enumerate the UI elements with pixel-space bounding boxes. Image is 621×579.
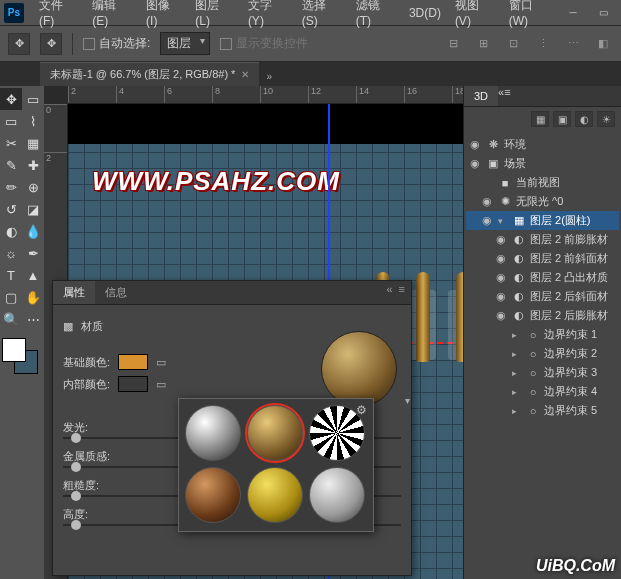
visibility-icon[interactable]: ◉ [468, 157, 482, 170]
collapse-icon[interactable]: « [386, 283, 392, 302]
filter-light-icon[interactable]: ☀ [597, 111, 615, 127]
tree-current-view[interactable]: 当前视图 [516, 175, 560, 190]
tab-info[interactable]: 信息 [95, 281, 137, 304]
eraser-tool-icon[interactable]: ◪ [22, 198, 44, 220]
filter-material-icon[interactable]: ◐ [575, 111, 593, 127]
filter-scene-icon[interactable]: ▦ [531, 111, 549, 127]
tree-material[interactable]: 图层 2 前膨胀材 [530, 232, 608, 247]
align-icon-3[interactable]: ⊡ [503, 35, 523, 53]
tree-constraint[interactable]: 边界约束 1 [544, 327, 597, 342]
tab-properties[interactable]: 属性 [53, 281, 95, 304]
close-tab-icon[interactable]: ✕ [241, 69, 249, 80]
more-options-icon[interactable]: ⋯ [563, 35, 583, 53]
3d-cylinder[interactable] [416, 272, 430, 362]
base-color-swatch[interactable] [118, 354, 148, 370]
path-select-icon[interactable]: ▲ [22, 264, 44, 286]
menu-3d[interactable]: 3D(D) [402, 6, 448, 20]
panel-menu-icon[interactable]: ≡ [399, 283, 405, 302]
filter-mesh-icon[interactable]: ▣ [553, 111, 571, 127]
document-tab[interactable]: 未标题-1 @ 66.7% (图层 2, RGB/8#) * ✕ [40, 62, 259, 86]
tree-material[interactable]: 图层 2 后斜面材 [530, 289, 608, 304]
visibility-icon[interactable]: ◉ [494, 252, 508, 265]
tree-infinite-light[interactable]: 无限光 ^0 [516, 194, 563, 209]
menu-file[interactable]: 文件(F) [32, 0, 85, 28]
tool-preset-icon[interactable]: ✥ [8, 33, 30, 55]
eyedropper-tool-icon[interactable]: ✎ [0, 154, 22, 176]
inner-color-swatch[interactable] [118, 376, 148, 392]
color-link-icon[interactable]: ▭ [156, 378, 166, 391]
material-swatch[interactable] [185, 405, 241, 461]
expand-icon[interactable]: ▸ [512, 368, 522, 378]
tree-environment[interactable]: 环境 [504, 137, 526, 152]
tree-material[interactable]: 图层 2 凸出材质 [530, 270, 608, 285]
tree-constraint[interactable]: 边界约束 5 [544, 403, 597, 418]
tree-constraint[interactable]: 边界约束 2 [544, 346, 597, 361]
lasso-tool-icon[interactable]: ⌇ [22, 110, 44, 132]
tree-scene[interactable]: 场景 [504, 156, 526, 171]
brush-tool-icon[interactable]: ✏ [0, 176, 22, 198]
rectangle-tool-icon[interactable]: ▢ [0, 286, 22, 308]
visibility-icon[interactable]: ◉ [494, 309, 508, 322]
blur-tool-icon[interactable]: 💧 [22, 220, 44, 242]
maximize-button[interactable]: ▭ [589, 3, 617, 23]
show-transform-toggle[interactable]: 显示变换控件 [220, 35, 308, 52]
zoom-tool-icon[interactable]: 🔍 [0, 308, 22, 330]
menu-window[interactable]: 窗口(W) [502, 0, 559, 28]
visibility-icon[interactable]: ◉ [494, 233, 508, 246]
move-tool-icon[interactable]: ✥ [40, 33, 62, 55]
visibility-icon[interactable]: ◉ [494, 290, 508, 303]
material-swatch[interactable] [247, 467, 303, 523]
stamp-tool-icon[interactable]: ⊕ [22, 176, 44, 198]
tree-material[interactable]: 图层 2 前斜面材 [530, 251, 608, 266]
tree-layer2[interactable]: 图层 2(圆柱) [530, 213, 591, 228]
gradient-tool-icon[interactable]: ◐ [0, 220, 22, 242]
menu-filter[interactable]: 滤镜(T) [349, 0, 402, 28]
marquee-tool-icon[interactable]: ▭ [0, 110, 22, 132]
material-swatch[interactable] [309, 467, 365, 523]
material-swatch[interactable] [185, 467, 241, 523]
menu-image[interactable]: 图像(I) [139, 0, 188, 28]
material-preview-sphere[interactable] [321, 331, 397, 407]
align-icon[interactable]: ⊟ [443, 35, 463, 53]
visibility-icon[interactable]: ◉ [494, 271, 508, 284]
picker-settings-icon[interactable]: ⚙ [356, 403, 367, 417]
frame-tool-icon[interactable]: ▦ [22, 132, 44, 154]
tree-constraint[interactable]: 边界约束 3 [544, 365, 597, 380]
color-link-icon[interactable]: ▭ [156, 356, 166, 369]
panel-menu-icon[interactable]: ≡ [504, 86, 510, 98]
dodge-tool-icon[interactable]: ☼ [0, 242, 22, 264]
tree-material[interactable]: 图层 2 后膨胀材 [530, 308, 608, 323]
minimize-button[interactable]: ─ [559, 3, 587, 23]
auto-select-dropdown[interactable]: 图层 [160, 32, 210, 55]
history-brush-icon[interactable]: ↺ [0, 198, 22, 220]
material-swatch-selected[interactable] [247, 405, 303, 461]
align-icon-2[interactable]: ⊞ [473, 35, 493, 53]
expand-icon[interactable]: ▸ [512, 387, 522, 397]
healing-tool-icon[interactable]: ✚ [22, 154, 44, 176]
menu-layer[interactable]: 图层(L) [188, 0, 241, 28]
3d-mode-icon[interactable]: ◧ [593, 35, 613, 53]
tree-constraint[interactable]: 边界约束 4 [544, 384, 597, 399]
visibility-icon[interactable]: ◉ [480, 214, 494, 227]
expand-icon[interactable]: ▾ [498, 216, 508, 226]
crop-tool-icon[interactable]: ✂ [0, 132, 22, 154]
distribute-icon[interactable]: ⋮ [533, 35, 553, 53]
menu-type[interactable]: 文字(Y) [241, 0, 295, 28]
pen-tool-icon[interactable]: ✒ [22, 242, 44, 264]
menu-select[interactable]: 选择(S) [295, 0, 349, 28]
menu-view[interactable]: 视图(V) [448, 0, 502, 28]
expand-icon[interactable]: ▸ [512, 330, 522, 340]
expand-icon[interactable]: ▸ [512, 349, 522, 359]
tab-overflow-icon[interactable]: » [259, 71, 279, 86]
edit-toolbar-icon[interactable]: ⋯ [22, 308, 44, 330]
expand-icon[interactable]: ▸ [512, 406, 522, 416]
hand-tool-icon[interactable]: ✋ [22, 286, 44, 308]
type-tool-icon[interactable]: T [0, 264, 22, 286]
visibility-icon[interactable]: ◉ [480, 195, 494, 208]
artboard-tool-icon[interactable]: ▭ [22, 88, 44, 110]
color-swatches[interactable] [0, 336, 40, 376]
auto-select-toggle[interactable]: 自动选择: [83, 35, 150, 52]
tab-3d[interactable]: 3D [464, 86, 498, 106]
menu-edit[interactable]: 编辑(E) [85, 0, 139, 28]
foreground-color[interactable] [2, 338, 26, 362]
